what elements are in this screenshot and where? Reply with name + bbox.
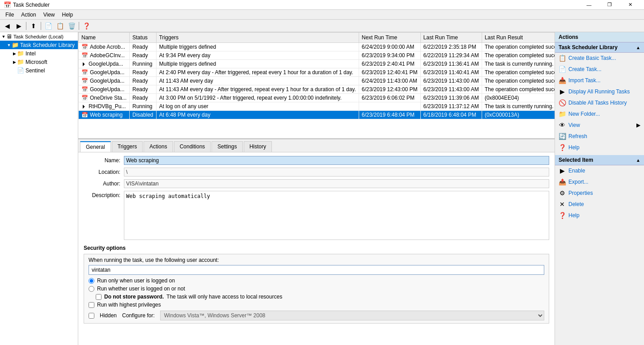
- col-last-result[interactable]: Last Run Result: [482, 33, 555, 43]
- action-item-disablealltaskshistory[interactable]: 🚫Disable All Tasks History: [555, 97, 644, 109]
- table-cell: The task is currently running. (: [482, 60, 555, 68]
- table-row[interactable]: 📅OneDrive Sta...ReadyAt 3:00 PM on 5/1/1…: [79, 94, 555, 102]
- table-cell: Running: [130, 102, 157, 111]
- radio-whether[interactable]: [89, 286, 94, 292]
- table-cell: Ready: [130, 94, 157, 102]
- selected-action-item-properties[interactable]: ⚙Properties: [555, 188, 644, 199]
- action-item-createbasictask[interactable]: 📋Create Basic Task...: [555, 53, 644, 64]
- minimize-button[interactable]: —: [579, 0, 599, 10]
- table-cell: (0x8004EE04): [482, 94, 555, 102]
- title-bar: 📅 Task Scheduler — ❐ ✕: [0, 0, 644, 10]
- tasks-table: Name Status Triggers Next Run Time Last …: [78, 32, 555, 119]
- toolbar-up-button[interactable]: ⬆: [28, 21, 39, 31]
- author-input[interactable]: [124, 179, 549, 188]
- checkbox-no-store[interactable]: [96, 294, 102, 300]
- location-input[interactable]: [124, 168, 549, 177]
- toolbar-copy-button[interactable]: 📋: [55, 21, 65, 31]
- col-triggers[interactable]: Triggers: [156, 33, 359, 43]
- library-actions-list: 📋Create Basic Task...📄Create Task...📥Imp…: [555, 53, 644, 153]
- name-row: Name:: [84, 156, 549, 165]
- toolbar-back-button[interactable]: ◀: [2, 21, 13, 31]
- selected-item-header[interactable]: Selected Item ▲: [555, 155, 644, 165]
- toolbar: ◀ ▶ ⬆ 📄 📋 🗑️ ❓: [0, 20, 644, 32]
- description-textarea[interactable]: [124, 191, 549, 240]
- close-button[interactable]: ✕: [620, 0, 640, 10]
- name-input[interactable]: [124, 156, 549, 165]
- tree-sentinel[interactable]: 📄 Sentinel: [0, 66, 78, 75]
- table-row[interactable]: 📅GoogleUpda...ReadyAt 2:40 PM every day …: [79, 68, 555, 77]
- action-item-view[interactable]: 👁View▶: [555, 120, 644, 131]
- radio-logged-on[interactable]: [89, 278, 94, 284]
- run-highest-checkbox[interactable]: [89, 302, 94, 308]
- table-row[interactable]: 📅AdobeGCInv...ReadyAt 9:34 PM every day6…: [79, 51, 555, 60]
- selected-action-item-help[interactable]: ❓Help: [555, 210, 644, 221]
- action-item-help[interactable]: ❓Help: [555, 142, 644, 153]
- toolbar-forward-button[interactable]: ▶: [13, 21, 24, 31]
- table-row[interactable]: 📅Web scrapingDisabledAt 6:48 PM every da…: [79, 111, 555, 119]
- tab-triggers[interactable]: Triggers: [112, 141, 143, 152]
- author-row: Author:: [84, 179, 549, 188]
- expand-icon: ▼: [1, 34, 6, 39]
- action-item-newfolder[interactable]: 📁New Folder...: [555, 109, 644, 120]
- tree-root[interactable]: ▼ 🖥 Task Scheduler (Local): [0, 32, 78, 41]
- actions-header[interactable]: Actions: [555, 32, 644, 42]
- table-cell: Running: [130, 60, 157, 68]
- table-cell: The operation completed succ...: [482, 68, 555, 77]
- table-row[interactable]: 📅GoogleUpda...ReadyAt 11:43 AM every day…: [79, 77, 555, 85]
- task-icon: 📄: [17, 67, 24, 74]
- toolbar-separator: [26, 22, 26, 30]
- menu-item-file[interactable]: File: [2, 11, 17, 19]
- menu-item-action[interactable]: Action: [17, 11, 39, 19]
- action-item-refresh[interactable]: 🔄Refresh: [555, 131, 644, 142]
- left-panel: ▼ 🖥 Task Scheduler (Local) ▼ 📁 Task Sche…: [0, 32, 78, 345]
- action-label: View: [568, 122, 580, 128]
- folder-icon: 📁: [17, 50, 24, 57]
- tab-settings[interactable]: Settings: [212, 141, 242, 152]
- configure-label: Configure for:: [122, 312, 155, 319]
- table-cell: 6/23/2019 2:40:41 PM: [359, 60, 420, 68]
- hidden-checkbox[interactable]: [89, 313, 94, 319]
- toolbar-new-button[interactable]: 📄: [43, 21, 54, 31]
- table-cell: The operation completed succ...: [482, 51, 555, 60]
- selected-action-item-delete[interactable]: ✕Delete: [555, 199, 644, 210]
- menu-item-help[interactable]: Help: [59, 11, 77, 19]
- tree-microsoft[interactable]: ▶ 📁 Microsoft: [0, 58, 78, 66]
- action-item-importtask[interactable]: 📥Import Task...: [555, 75, 644, 86]
- col-status[interactable]: Status: [130, 33, 157, 43]
- table-row[interactable]: 📅Adobe Acrob...ReadyMultiple triggers de…: [79, 43, 555, 51]
- tree-library[interactable]: ▼ 📁 Task Scheduler Library: [0, 41, 78, 49]
- table-row[interactable]: ⏵RtHDVBg_Pu...RunningAt log on of any us…: [79, 102, 555, 111]
- toolbar-help-button[interactable]: ❓: [81, 21, 92, 31]
- task-list[interactable]: Name Status Triggers Next Run Time Last …: [78, 32, 555, 139]
- toolbar-delete-button[interactable]: 🗑️: [66, 21, 77, 31]
- menu-item-view[interactable]: View: [40, 11, 59, 19]
- tab-conditions[interactable]: Conditions: [174, 141, 211, 152]
- action-item-createtask[interactable]: 📄Create Task...: [555, 64, 644, 75]
- location-label: Location:: [84, 168, 124, 175]
- action-icon: 📁: [559, 110, 566, 118]
- tab-history[interactable]: History: [244, 141, 272, 152]
- col-name[interactable]: Name: [79, 33, 130, 43]
- selected-action-icon: ⚙: [559, 189, 566, 197]
- table-row[interactable]: ⏵GoogleUpda...RunningMultiple triggers d…: [79, 60, 555, 68]
- table-cell: Ready: [130, 77, 157, 85]
- tab-general[interactable]: General: [80, 141, 111, 152]
- center-panel: Name Status Triggers Next Run Time Last …: [78, 32, 555, 345]
- checkbox-no-store-label: Do not store password.: [104, 294, 164, 300]
- configure-select[interactable]: Windows Vista™, Windows Server™ 2008: [160, 311, 544, 320]
- maximize-button[interactable]: ❐: [599, 0, 620, 10]
- tab-actions[interactable]: Actions: [144, 141, 173, 152]
- table-cell: 6/22/2019 11:29:34 AM: [420, 51, 482, 60]
- action-label: Disable All Tasks History: [568, 100, 627, 106]
- location-row: Location:: [84, 168, 549, 177]
- selected-action-item-enable[interactable]: ▶Enable: [555, 165, 644, 177]
- window-title: Task Scheduler: [13, 2, 579, 8]
- col-last-run[interactable]: Last Run Time: [420, 33, 482, 43]
- table-row[interactable]: 📅GoogleUpda...ReadyAt 11:43 AM every day…: [79, 85, 555, 94]
- table-cell: 6/23/2019 11:39:06 AM: [420, 94, 482, 102]
- selected-action-item-export[interactable]: 📤Export...: [555, 177, 644, 188]
- action-item-displayallrunningtasks[interactable]: ▶Display All Running Tasks: [555, 86, 644, 97]
- library-section-header[interactable]: Task Scheduler Library ▲: [555, 42, 644, 53]
- col-next-run[interactable]: Next Run Time: [359, 33, 420, 43]
- tree-intel[interactable]: ▶ 📁 Intel: [0, 49, 78, 58]
